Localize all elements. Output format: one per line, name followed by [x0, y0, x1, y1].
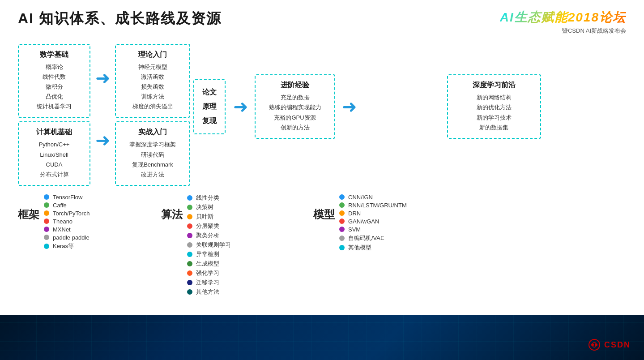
moxing-item-4: GAN/wGAN [339, 218, 407, 225]
shuxue-item-3: 微积分 [26, 82, 83, 92]
kuangjia-item-4: Theano [44, 218, 90, 225]
lilun-item-3: 损失函数 [123, 82, 183, 92]
logo-title: AI生态赋能2018论坛 [500, 9, 626, 26]
jinjie-title: 进阶经验 [262, 81, 328, 90]
shendu-item-2: 新的优化方法 [455, 103, 533, 112]
page-title: AI 知识体系、成长路线及资源 [18, 9, 222, 29]
dot-anomaly [187, 252, 192, 257]
suanfa-item-2: 决策树 [187, 203, 231, 211]
dot-assoc [187, 242, 192, 248]
shuxue-item-5: 统计机器学习 [26, 102, 83, 111]
dot-transfer [187, 280, 192, 285]
lilun-item-1: 神经元模型 [123, 62, 183, 72]
suanfa-section: 算法 线性分类 决策树 贝叶斯 分层聚类 [161, 194, 304, 296]
suanfa-item-8: 生成模型 [187, 260, 231, 268]
shizhan-item-1: 掌握深度学习框架 [123, 140, 183, 150]
arrow-3: ➜ [342, 98, 357, 116]
dot-caffe [44, 202, 49, 208]
dot-keras [44, 244, 49, 249]
dot-tree [187, 205, 192, 210]
moxing-section: 模型 CNN/IGN RNN/LSTM/GRU/NTM DRN GAN/wGAN [313, 194, 407, 252]
shendu-item-3: 新的学习技术 [455, 113, 533, 123]
suanfa-item-7: 异常检测 [187, 250, 231, 258]
shendu-item-4: 新的数据集 [455, 123, 533, 133]
kuangjia-item-5: MXNet [44, 226, 90, 233]
suanfa-item-6: 关联规则学习 [187, 241, 231, 249]
dot-cluster [187, 223, 192, 229]
suanfa-item-10: 迁移学习 [187, 279, 231, 287]
shuxue-title: 数学基础 [26, 50, 83, 60]
jinjie-box: 进阶经验 充足的数据 熟练的编程实现能力 充裕的GPU资源 创新的方法 [255, 74, 335, 138]
jinjie-item-3: 充裕的GPU资源 [262, 113, 328, 123]
dot-paddle [44, 235, 49, 240]
suanfa-list: 线性分类 决策树 贝叶斯 分层聚类 聚类分析 [187, 194, 231, 296]
shizhan-item-3: 复现Benchmark [123, 160, 183, 170]
dot-gan [339, 219, 345, 224]
suanfa-item-3: 贝叶斯 [187, 213, 231, 221]
shizhan-title: 实战入门 [123, 128, 183, 137]
arrow-1-top: ➜ [95, 69, 111, 87]
suanfa-item-4: 分层聚类 [187, 222, 231, 230]
dot-mxnet [44, 227, 49, 232]
dot-rl [187, 270, 192, 276]
suanfa-item-11: 其他方法 [187, 288, 231, 296]
kuangjia-item-3: Torch/PyTorch [44, 210, 90, 217]
jisuanji-item-1: Python/C++ [26, 140, 83, 150]
dot-theano [44, 219, 49, 224]
shizhan-item-2: 研读代码 [123, 150, 183, 160]
moxing-item-6: 自编码机/VAE [339, 234, 407, 242]
dot-linear [187, 195, 192, 201]
lunwen-line-3: 复现 [199, 114, 220, 128]
moxing-label: 模型 [313, 207, 335, 222]
shuxue-item-1: 概率论 [26, 62, 83, 72]
dot-bayes [187, 214, 192, 219]
lilun-title: 理论入门 [123, 50, 183, 60]
dot-tensorflow [44, 194, 49, 200]
kuangjia-label: 框架 [18, 207, 39, 222]
jisuanji-box: 计算机基础 Python/C++ Linux/Shell CUDA 分布式计算 [18, 121, 90, 185]
suanfa-item-9: 强化学习 [187, 269, 231, 277]
lilun-item-4: 训练方法 [123, 92, 183, 102]
logo-subtitle: 暨CSDN AI新战略发布会 [500, 27, 626, 35]
shuxue-item-2: 线性代数 [26, 72, 83, 82]
dot-cnn [339, 194, 345, 200]
shendu-box: 深度学习前沿 新的网络结构 新的优化方法 新的学习技术 新的数据集 [447, 74, 541, 138]
shuxue-item-4: 凸优化 [26, 92, 83, 102]
shendu-item-1: 新的网络结构 [455, 93, 533, 103]
jinjie-item-4: 创新的方法 [262, 123, 328, 133]
kuangjia-item-1: TensorFlow [44, 194, 90, 201]
shizhan-item-4: 改进方法 [123, 170, 183, 180]
logo-area: AI生态赋能2018论坛 暨CSDN AI新战略发布会 [500, 9, 626, 35]
suanfa-label: 算法 [161, 207, 183, 222]
lilun-item-5: 梯度的消失溢出 [123, 102, 183, 111]
moxing-item-1: CNN/IGN [339, 194, 407, 201]
lunwen-box: 论文 原理 复现 [193, 79, 226, 134]
jisuanji-title: 计算机基础 [26, 128, 83, 137]
dot-other-model [339, 245, 345, 250]
lunwen-line-2: 原理 [199, 99, 220, 114]
jinjie-item-1: 充足的数据 [262, 93, 328, 103]
dot-other-algo [187, 289, 192, 295]
kuangjia-list: TensorFlow Caffe Torch/PyTorch Theano MX… [44, 194, 90, 250]
header: AI 知识体系、成长路线及资源 AI生态赋能2018论坛 暨CSDN AI新战略… [18, 9, 626, 35]
moxing-item-2: RNN/LSTM/GRU/NTM [339, 202, 407, 209]
lilun-box: 理论入门 神经元模型 激活函数 损失函数 训练方法 梯度的消失溢出 [115, 44, 190, 118]
dot-cluster2 [187, 233, 192, 238]
shuxue-box: 数学基础 概率论 线性代数 微积分 凸优化 统计机器学习 [18, 44, 90, 118]
dot-svm [339, 227, 345, 232]
moxing-item-3: DRN [339, 210, 407, 217]
moxing-item-7: 其他模型 [339, 244, 407, 252]
dot-vae [339, 236, 345, 241]
jinjie-item-2: 熟练的编程实现能力 [262, 103, 328, 112]
moxing-item-5: SVM [339, 226, 407, 233]
arrow-2: ➜ [233, 98, 248, 116]
bottom-section: 框架 TensorFlow Caffe Torch/PyTorch Theano [18, 194, 626, 296]
dot-gen [187, 261, 192, 266]
arrow-1-bottom: ➜ [95, 131, 111, 149]
kuangjia-section: 框架 TensorFlow Caffe Torch/PyTorch Theano [18, 194, 152, 250]
shendu-title: 深度学习前沿 [455, 81, 533, 90]
lunwen-line-1: 论文 [199, 85, 220, 99]
jisuanji-item-3: CUDA [26, 160, 83, 170]
jisuanji-item-2: Linux/Shell [26, 150, 83, 160]
dot-torch [44, 210, 49, 216]
